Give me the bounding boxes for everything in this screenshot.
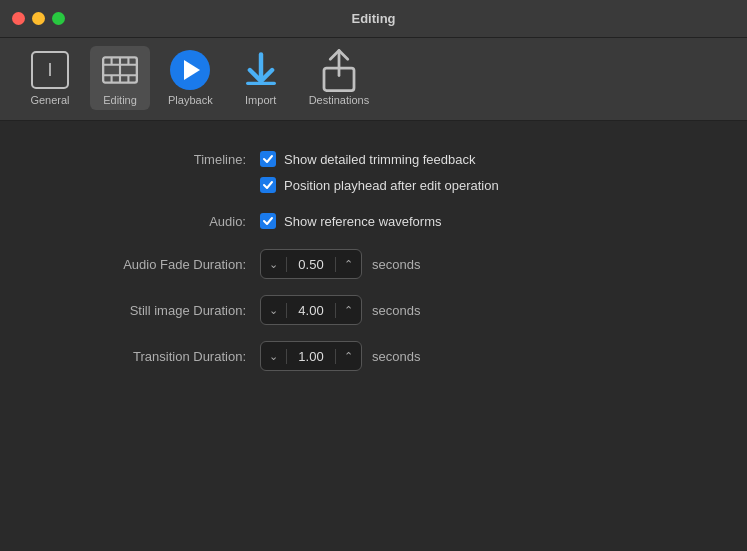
window-title: Editing [351, 11, 395, 26]
still-image-unit: seconds [372, 303, 420, 318]
import-icon [241, 50, 281, 90]
audio-fade-increment[interactable]: ⌃ [336, 250, 361, 278]
timeline-option-2[interactable]: Position playhead after edit operation [260, 177, 499, 193]
still-image-decrement[interactable]: ⌄ [261, 296, 286, 324]
toolbar: I General Editing [0, 38, 747, 121]
timeline-option-2-label: Position playhead after edit operation [284, 178, 499, 193]
audio-fade-decrement[interactable]: ⌄ [261, 250, 286, 278]
toolbar-label-playback: Playback [168, 94, 213, 106]
traffic-lights [12, 12, 65, 25]
audio-option-1-label: Show reference waveforms [284, 214, 442, 229]
timeline-option-1-label: Show detailed trimming feedback [284, 152, 476, 167]
transition-decrement[interactable]: ⌄ [261, 342, 286, 370]
transition-spinbox[interactable]: ⌄ 1.00 ⌃ [260, 341, 362, 371]
timeline-section: Timeline: Show detailed trimming feedbac… [40, 151, 707, 193]
close-button[interactable] [12, 12, 25, 25]
audio-fade-unit: seconds [372, 257, 420, 272]
content-area: Timeline: Show detailed trimming feedbac… [0, 121, 747, 417]
editing-icon [100, 50, 140, 90]
toolbar-label-destinations: Destinations [309, 94, 370, 106]
audio-fade-value: 0.50 [286, 257, 336, 272]
audio-section: Audio: Show reference waveforms [40, 213, 707, 229]
playback-icon [170, 50, 210, 90]
toolbar-label-editing: Editing [103, 94, 137, 106]
audio-fade-row: Audio Fade Duration: ⌄ 0.50 ⌃ seconds [40, 249, 707, 279]
audio-label: Audio: [40, 214, 260, 229]
transition-label: Transition Duration: [40, 349, 260, 364]
transition-unit: seconds [372, 349, 420, 364]
transition-increment[interactable]: ⌃ [336, 342, 361, 370]
toolbar-item-import[interactable]: Import [231, 46, 291, 110]
minimize-button[interactable] [32, 12, 45, 25]
destinations-icon [319, 50, 359, 90]
general-icon: I [30, 50, 70, 90]
timeline-row-2: Position playhead after edit operation [40, 177, 707, 193]
timeline-option-1[interactable]: Show detailed trimming feedback [260, 151, 476, 167]
transition-value: 1.00 [286, 349, 336, 364]
still-image-increment[interactable]: ⌃ [336, 296, 361, 324]
toolbar-item-editing[interactable]: Editing [90, 46, 150, 110]
checkbox-reference-waveforms[interactable] [260, 213, 276, 229]
audio-option-1[interactable]: Show reference waveforms [260, 213, 442, 229]
toolbar-item-playback[interactable]: Playback [160, 46, 221, 110]
still-image-label: Still image Duration: [40, 303, 260, 318]
toolbar-item-destinations[interactable]: Destinations [301, 46, 378, 110]
play-triangle [184, 60, 200, 80]
audio-row: Audio: Show reference waveforms [40, 213, 707, 229]
checkbox-position-playhead[interactable] [260, 177, 276, 193]
still-image-value: 4.00 [286, 303, 336, 318]
still-image-row: Still image Duration: ⌄ 4.00 ⌃ seconds [40, 295, 707, 325]
timeline-label: Timeline: [40, 152, 260, 167]
checkbox-detailed-trimming[interactable] [260, 151, 276, 167]
still-image-spinbox[interactable]: ⌄ 4.00 ⌃ [260, 295, 362, 325]
audio-fade-label: Audio Fade Duration: [40, 257, 260, 272]
toolbar-item-general[interactable]: I General [20, 46, 80, 110]
audio-fade-spinbox[interactable]: ⌄ 0.50 ⌃ [260, 249, 362, 279]
timeline-row-1: Timeline: Show detailed trimming feedbac… [40, 151, 707, 167]
transition-row: Transition Duration: ⌄ 1.00 ⌃ seconds [40, 341, 707, 371]
title-bar: Editing [0, 0, 747, 38]
toolbar-label-general: General [30, 94, 69, 106]
maximize-button[interactable] [52, 12, 65, 25]
toolbar-label-import: Import [245, 94, 276, 106]
